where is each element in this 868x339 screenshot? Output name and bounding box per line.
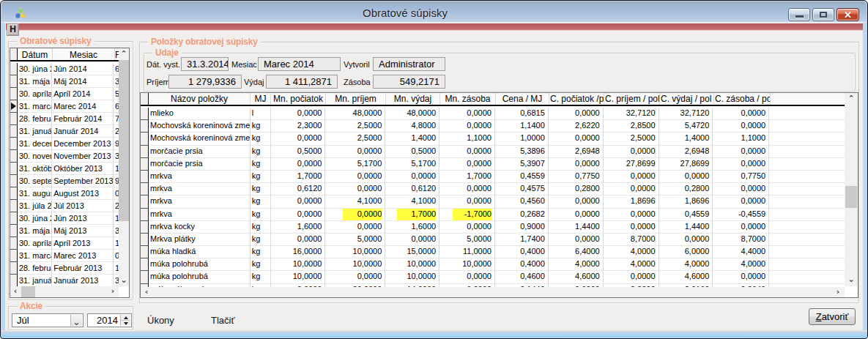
grid-header-Mn. zásoba[interactable]: Mn. zásoba [440, 93, 496, 105]
list-row[interactable]: 30. apríla 2013Apríl 20131 [10, 237, 119, 250]
grid-row[interactable]: múka hladkákg16,000010,000015,000011,000… [141, 246, 845, 258]
supisky-list-scroll-left-icon[interactable]: ‹ [10, 286, 21, 297]
h-toolbar-button[interactable]: H [7, 23, 19, 36]
list-header-Dátum[interactable]: Dátum [18, 48, 53, 60]
ukony-menu-label[interactable]: Úkony [147, 315, 174, 326]
grid-header-C. príjem / pol[interactable]: C. príjem / pol [604, 93, 660, 105]
grid-row[interactable]: mrkvakg0,00004,10004,10000,00000,45600,0… [141, 195, 845, 208]
grid-header-Mn. výdaj[interactable]: Mn. výdaj [386, 93, 440, 105]
grid-cell: 0,0000 [604, 221, 659, 234]
list-row[interactable]: 31. januára 2014Január 20142 [10, 125, 119, 138]
supisky-list-scroll-right-icon[interactable]: › [108, 286, 118, 297]
items-grid-scroll-left-icon[interactable]: ‹ [141, 287, 152, 297]
items-grid-hscrollbar[interactable]: ‹ › [141, 287, 845, 297]
list-cell-indicator [10, 63, 18, 75]
grid-row[interactable]: mrkva kockykg1,60000,00001,60000,00000,9… [141, 221, 845, 234]
grid-row[interactable]: mliekol0,000048,000048,00000,00000,68150… [141, 108, 845, 120]
zasoba-field[interactable]: 549,2171 [373, 75, 445, 89]
dat-vyst-field[interactable]: 31.3.2014 [181, 57, 229, 71]
grid-row[interactable]: Mrkva plátkykg0,00005,00000,00005,00001,… [141, 234, 845, 246]
grid-header-C. výdaj / pol[interactable]: C. výdaj / pol [660, 93, 714, 105]
minimize-button[interactable] [788, 8, 810, 21]
grid-cell [769, 195, 845, 208]
list-row[interactable]: 30. septembra 2013September 20139 [10, 175, 119, 187]
grid-row[interactable]: Mochovská koreninová zmeskg2,30002,50004… [141, 120, 845, 133]
list-row[interactable]: 31. októbra 2013Október 20131 [10, 163, 119, 175]
list-cell: Október 2013 [52, 163, 114, 175]
tlacit-menu-label[interactable]: Tlačiť [211, 315, 234, 326]
items-grid-scroll-up-icon[interactable]: ⌃ [845, 94, 858, 105]
list-row[interactable]: 30. júna 2013Jún 20131 [10, 212, 119, 225]
list-row[interactable]: 31. mája 2014Máj 20143 [10, 75, 119, 88]
grid-cell-indicator [141, 234, 149, 246]
items-grid-scroll-right-icon[interactable]: › [833, 287, 843, 297]
month-combobox-dropdown[interactable]: ⌄ [70, 315, 82, 326]
list-row[interactable]: 31. januára 2013Január 20133 [10, 275, 119, 286]
maximize-button[interactable] [812, 8, 834, 21]
grid-row[interactable]: múka polohrubákg10,00000,000010,00000,00… [141, 271, 845, 283]
supisky-list-vscroll-thumb[interactable] [119, 60, 129, 221]
list-row[interactable]: 31. júla 2013Júl 20132 [10, 200, 119, 212]
grid-cell: kg [251, 133, 271, 145]
supisky-list-vscrollbar[interactable]: ⌃ ⌄ [119, 48, 129, 286]
highlighted-cell-value: 0,0000 [343, 209, 382, 220]
close-button[interactable]: ✕ [837, 8, 859, 21]
list-cell-indicator [10, 75, 18, 88]
grid-cell-indicator [141, 221, 149, 234]
grid-row[interactable]: múka polohrubákg10,000010,000010,000010,… [141, 258, 845, 271]
supisky-list-hscrollbar[interactable]: ‹ › [10, 286, 119, 297]
grid-cell: 0,0000 [385, 171, 439, 183]
list-row[interactable]: 31. decembra 2013December 20139 [10, 138, 119, 150]
items-grid-scroll-down-icon[interactable]: ⌄ [845, 275, 858, 286]
year-spinner-up-button[interactable] [121, 315, 130, 321]
grid-cell: 0,0000 [439, 108, 495, 120]
zatvorit-button[interactable]: Zatvoriť [809, 308, 856, 325]
supisky-list-hscroll-thumb[interactable] [21, 286, 35, 297]
list-row[interactable]: 31. marca 2014Marec 20146 [10, 100, 119, 113]
grid-header-Cena / MJ[interactable]: Cena / MJ [496, 93, 549, 105]
grid-header-Mn. príjem[interactable]: Mn. príjem [326, 93, 386, 105]
grid-row[interactable]: mrkvakg0,61200,00000,61200,00000,45750,2… [141, 183, 845, 195]
grid-header-Mn. počiatok[interactable]: Mn. počiatok [271, 93, 326, 105]
year-spinner[interactable]: 2014 [87, 313, 132, 327]
vytvoril-field[interactable]: Administrator [373, 57, 445, 71]
list-row[interactable]: 28. februára 2013Február 20131 [10, 262, 119, 275]
list-cell: Máj 2014 [52, 75, 114, 88]
grid-cell: múka hladká [149, 246, 251, 258]
prijem-field[interactable]: 1 279,9336 [168, 75, 242, 89]
mesiac-field[interactable]: Marec 2014 [258, 57, 341, 71]
grid-header-C. zásoba / pol[interactable]: C. zásoba / pol [714, 93, 771, 105]
grid-cell: 0,0000 [713, 271, 769, 283]
grid-cell-indicator [141, 146, 149, 158]
list-row[interactable]: 31. augusta 2013August 20130 [10, 187, 119, 200]
month-combobox[interactable]: Júl ⌄ [12, 313, 84, 327]
list-row[interactable]: 30. júna 2014Jún 20146 [10, 63, 119, 75]
list-row[interactable]: 30. novembra 2013November 20133 [10, 150, 119, 163]
grid-header-Názov položky[interactable]: Názov položky [149, 93, 251, 105]
grid-row[interactable]: morčacie prsiakg0,00005,17005,17000,0000… [141, 158, 845, 171]
year-spinner-down-button[interactable] [121, 321, 130, 327]
grid-cell-indicator [141, 171, 149, 183]
list-row[interactable]: 28. februára 2014Február 20147 [10, 113, 119, 125]
list-row[interactable]: 30. apríla 2014Apríl 20145 [10, 88, 119, 100]
list-cell: 31. decembra 2013 [18, 138, 52, 150]
grid-cell: 4,0000 [604, 246, 659, 258]
list-row[interactable]: 31. marca 2013Marec 20130 [10, 250, 119, 262]
items-grid-vscrollbar[interactable]: ⌃ ⌄ [845, 93, 858, 286]
grid-row[interactable]: Mochovská koreninová zmeskg0,00002,50001… [141, 133, 845, 145]
title-bar[interactable]: Obratové súpisky ✕ [1, 1, 867, 23]
vydaj-field[interactable]: 1 411,2871 [266, 75, 338, 89]
grid-row[interactable]: mrkvakg0,00000,00001,7000-1,70000,26820,… [141, 209, 845, 221]
grid-cell: 0,0000 [439, 158, 495, 171]
grid-row[interactable]: morčacie prsiakg0,50000,00000,50000,0000… [141, 146, 845, 158]
list-cell: Marec 2013 [52, 250, 114, 262]
list-header-Mesiac[interactable]: Mesiac [53, 48, 115, 60]
grid-header-MJ[interactable]: MJ [251, 93, 271, 105]
grid-header-C. počiatok /pol[interactable]: C. počiatok /pol [549, 93, 604, 105]
list-row[interactable]: 31. mája 2013Máj 20133 [10, 225, 119, 237]
supisky-list-scroll-down-icon[interactable]: ⌄ [119, 275, 129, 286]
grid-cell: Mochovská koreninová zmes [149, 120, 251, 133]
items-grid-vscroll-thumb[interactable] [845, 186, 857, 208]
grid-row[interactable]: mrkvakg1,70000,00000,00001,70000,45590,7… [141, 171, 845, 183]
supisky-list-scroll-up-icon[interactable]: ⌃ [119, 49, 129, 59]
